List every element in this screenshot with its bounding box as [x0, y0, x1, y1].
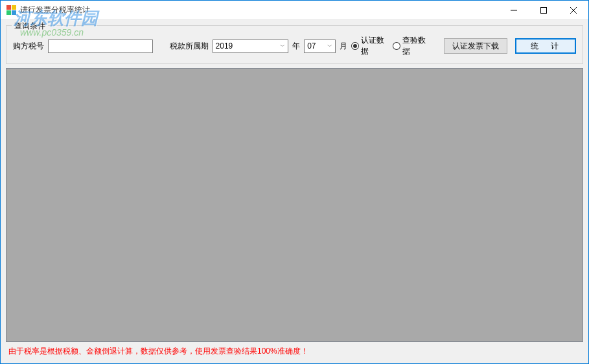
- close-button[interactable]: [559, 1, 588, 19]
- window-controls: [499, 1, 588, 19]
- year-value: 2019: [216, 41, 233, 51]
- radio-icon: [351, 42, 359, 50]
- radio-verify-label: 查验数据: [402, 35, 433, 57]
- footer-warning: 由于税率是根据税额、金额倒退计算，数据仅供参考，使用发票查验结果100%准确度！: [6, 342, 583, 358]
- app-icon: [6, 5, 16, 16]
- data-type-radio-group: 认证数据 查验数据: [351, 35, 432, 57]
- year-suffix: 年: [292, 41, 300, 52]
- buyer-tax-label: 购方税号: [13, 41, 44, 52]
- statistics-button[interactable]: 统 计: [515, 38, 576, 54]
- content-area: 查询条件 购方税号 税款所属期 2019 ﹀ 年 07 ﹀: [1, 20, 588, 363]
- minimize-button[interactable]: [499, 1, 529, 19]
- chevron-down-icon: ﹀: [280, 43, 285, 50]
- month-dropdown[interactable]: 07 ﹀: [304, 40, 336, 53]
- chevron-down-icon: ﹀: [327, 43, 332, 50]
- radio-auth-label: 认证数据: [361, 35, 391, 57]
- maximize-button[interactable]: [529, 1, 559, 19]
- tax-period-label: 税款所属期: [170, 41, 209, 52]
- month-suffix: 月: [340, 41, 347, 52]
- groupbox-title: 查询条件: [12, 21, 48, 32]
- window-title: 进行发票分税率统计: [20, 5, 499, 16]
- radio-auth-data[interactable]: 认证数据: [351, 35, 391, 57]
- buyer-tax-input[interactable]: [48, 40, 153, 53]
- query-row: 购方税号 税款所属期 2019 ﹀ 年 07 ﹀ 月: [13, 35, 576, 57]
- data-grid-area[interactable]: [6, 68, 583, 342]
- titlebar: 进行发票分税率统计: [1, 1, 588, 20]
- svg-rect-1: [541, 7, 547, 13]
- download-invoice-button[interactable]: 认证发票下载: [444, 38, 507, 54]
- month-value: 07: [307, 41, 316, 51]
- radio-verify-data[interactable]: 查验数据: [393, 35, 433, 57]
- radio-icon: [393, 42, 400, 50]
- main-window: 河东软件园 www.pc0359.cn 进行发票分税率统计 查询条件 购方税号: [0, 0, 589, 364]
- year-dropdown[interactable]: 2019 ﹀: [213, 40, 289, 53]
- query-groupbox: 查询条件 购方税号 税款所属期 2019 ﹀ 年 07 ﹀: [6, 25, 583, 64]
